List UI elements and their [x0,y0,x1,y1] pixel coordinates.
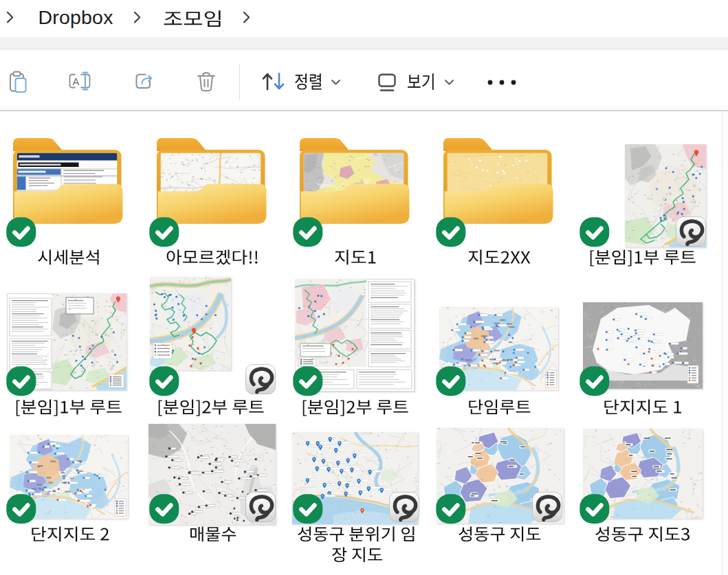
svg-text:A: A [73,76,80,87]
